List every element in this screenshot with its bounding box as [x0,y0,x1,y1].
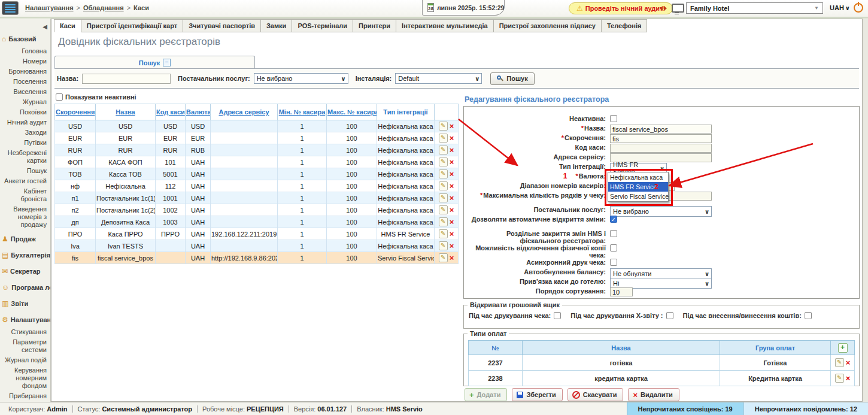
table-row[interactable]: нф Нефіскальна 112 UAH 1 100 Нефіскальна… [55,180,459,192]
sidebar-item[interactable]: ☺ Програма лояльності [0,280,50,295]
edit-icon[interactable]: ✎ [439,146,448,155]
table-row[interactable]: Iva Ivan TESTS UAH 1 100 Нефіскальна кас… [55,240,459,252]
sidebar-item[interactable]: Прибирання [0,391,50,401]
show-inactive-checkbox[interactable] [56,93,63,101]
sidebar-item[interactable]: Журнал подій [0,355,50,365]
date-time-display[interactable]: 28 липня 2025р. 15:52:29 [422,0,505,16]
delete-icon[interactable]: × [450,218,454,226]
sidebar-item[interactable]: Путівки [0,138,50,148]
edit-icon[interactable]: ✎ [439,217,448,226]
sidebar-item[interactable]: Кабінет броніста [0,186,50,204]
delete-icon[interactable]: × [846,374,851,382]
table-row[interactable]: EUR EUR EUR EUR 1 100 Нефіскальна каса ✎… [55,132,459,144]
sidebar-item[interactable]: ▤ Бухгалтерія [0,248,50,262]
breadcrumb-item[interactable]: Обладнання [83,4,124,11]
sidebar-item[interactable]: Номери [0,56,50,66]
edit-icon[interactable]: ✎ [439,193,448,202]
unread-messages-badge[interactable]: Непрочитаних повідомлень: 12 [743,402,868,415]
delete-icon[interactable]: × [450,182,454,190]
edit-icon[interactable]: ✎ [439,181,448,190]
sidebar-item[interactable]: Стикування [0,327,50,337]
sidebar-item[interactable]: Анкети гостей [0,176,50,186]
workstation-icon[interactable] [672,4,684,13]
power-logout-icon[interactable] [854,3,863,13]
sidebar-item[interactable]: ✉ Секретар [0,264,50,278]
delete-icon[interactable]: × [450,242,454,250]
delete-icon[interactable]: × [846,359,851,366]
sort-order-input[interactable] [610,287,633,296]
installation-filter-select[interactable]: Default∨ [395,73,482,84]
async-print-checkbox[interactable] [610,259,617,266]
edit-icon[interactable]: ✎ [439,229,448,238]
table-row[interactable]: USD USD USD USD 1 100 Нефіскальна каса ✎… [55,120,459,132]
sidebar-item[interactable]: ⚙ Налаштування [0,313,50,327]
currency-select[interactable]: UAH∨ [830,4,850,11]
inactive-checkbox[interactable] [610,115,617,122]
sidebar-item[interactable]: Головна [0,46,50,56]
delete-icon[interactable]: × [450,230,454,238]
breadcrumb-item[interactable]: > [77,4,80,11]
provider-select[interactable]: Не вибрано∨ [610,206,712,217]
sidebar-collapse-icon[interactable]: ◀ [43,23,47,30]
edit-icon[interactable]: ✎ [439,134,448,143]
sidebar-item[interactable]: Заходи [0,128,50,138]
col-header-min[interactable]: Мін. № касира [278,104,327,120]
sidebar-item[interactable]: Поселення [0,77,50,87]
sidebar-item[interactable]: Параметри системи [0,337,50,355]
breadcrumb-item[interactable]: > [127,4,130,11]
unread-notifications-badge[interactable]: Непрочитаних сповіщень: 19 [627,402,743,415]
hamburger-menu-icon[interactable] [2,1,19,15]
cancel-button[interactable]: Скасувати [567,388,624,401]
add-payment-icon[interactable]: + [838,343,848,353]
table-row[interactable]: RUR RUR RUR RUB 1 100 Нефіскальна каса ✎… [55,144,459,156]
tab[interactable]: Зчитувачі паспортів [183,19,261,32]
table-row[interactable]: ТОВ Касса ТОВ 5001 UAH 1 100 Нефіскальна… [55,168,459,180]
sidebar-item[interactable]: Керування номерним фондом [0,365,50,391]
tab[interactable]: POS-термінали [292,19,353,32]
sidebar-item[interactable]: Журнал [0,97,50,107]
delete-icon[interactable]: × [450,134,454,142]
tab[interactable]: Каси [54,19,81,32]
delete-icon[interactable]: × [450,254,454,262]
sidebar-item[interactable]: Бронювання [0,66,50,77]
name-input[interactable] [610,125,712,134]
col-header-address[interactable]: Адреса сервісу [211,104,278,120]
provider-filter-select[interactable]: Не вибрано∨ [254,73,348,84]
delete-button[interactable]: × Видалити [628,388,679,401]
edit-icon[interactable]: ✎ [439,169,448,178]
dropdown-option[interactable]: HMS FR Service [608,182,668,192]
sidebar-item[interactable]: Незбережені картки [0,148,50,166]
hotel-select[interactable]: Family Hotel ▼ [686,2,823,14]
add-button[interactable]: + Додати [465,388,507,401]
cash-drawer-checkbox[interactable] [554,312,561,319]
table-row[interactable]: ПРО Каса ПРРО ПРРО UAH 192.168.122.211:2… [55,228,459,240]
sidebar-item[interactable]: Виведення номерів з продажу [0,204,50,230]
edit-icon[interactable]: ✎ [835,374,844,383]
col-header-max[interactable]: Макс. № касира [327,104,377,120]
sidebar-item[interactable]: Нічний аудит [0,117,50,128]
table-row[interactable]: п1 Постачальник 1с(1) 1001 UAH 1 100 Неф… [55,192,459,204]
delete-icon[interactable]: × [450,158,454,166]
dropdown-option[interactable]: Нефіскальна каса [608,172,668,182]
search-button[interactable]: Пошук [490,72,534,85]
table-row[interactable]: fis fiscal service_bpos UAH http://192.1… [55,252,459,264]
edit-icon[interactable]: ✎ [835,358,844,367]
delete-icon[interactable]: × [450,194,454,202]
search-panel-toggle[interactable]: Пошук − [54,56,255,69]
tab[interactable]: Пристрої захоплення підпису [493,19,602,32]
edit-icon[interactable]: ✎ [439,253,448,262]
cash-drawer-checkbox[interactable] [666,312,673,319]
breadcrumb-item[interactable]: Налаштування [25,4,74,11]
name-filter-input[interactable] [82,74,171,84]
col-header-abbr[interactable]: Скорочення [55,104,96,120]
delete-icon[interactable]: × [450,146,454,154]
breadcrumb-item[interactable]: Каси [133,4,149,11]
night-audit-warning[interactable]: ⚠ Проведіть нічний аудит! [569,2,673,14]
sidebar-item[interactable]: ♟ Продаж [0,232,50,246]
cash-drawer-checkbox[interactable] [805,312,812,319]
col-header-name[interactable]: Назва [96,104,156,120]
col-header-currency[interactable]: Валюта [186,104,211,120]
payment-row[interactable]: 2237 готівка Готівка ✎ × [469,355,855,371]
delete-icon[interactable]: × [450,206,454,214]
separate-closing-checkbox[interactable] [610,230,617,237]
